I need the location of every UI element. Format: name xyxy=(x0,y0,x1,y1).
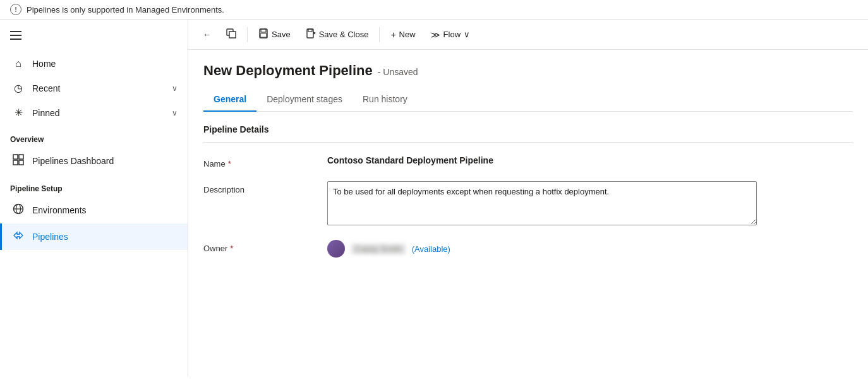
owner-status: (Available) xyxy=(412,244,450,254)
sidebar: ⌂ Home ◷ Recent ∨ ✳ Pinned ∨ Overview xyxy=(0,20,188,377)
pin-icon: ✳ xyxy=(12,107,25,119)
hamburger-menu[interactable] xyxy=(0,25,188,52)
overview-section-title: Overview xyxy=(0,125,188,148)
plus-icon: + xyxy=(390,30,395,40)
setup-section-title: Pipeline Setup xyxy=(0,174,188,197)
owner-name: Casey Smith xyxy=(351,244,406,254)
svg-rect-15 xyxy=(308,29,312,32)
owner-row: Casey Smith (Available) xyxy=(327,240,853,258)
sidebar-item-label: Recent xyxy=(32,83,164,93)
chevron-down-icon: ∨ xyxy=(172,84,178,93)
flow-chevron-icon: ∨ xyxy=(464,30,470,39)
sidebar-item-label: Pipelines xyxy=(32,232,178,242)
svg-rect-4 xyxy=(19,155,23,159)
chevron-down-icon: ∨ xyxy=(172,109,178,117)
owner-label: Owner * xyxy=(203,240,317,253)
tabs: General Deployment stages Run history xyxy=(203,89,853,112)
save-close-button[interactable]: Save & Close xyxy=(299,25,376,44)
svg-rect-13 xyxy=(260,33,267,37)
save-label: Save xyxy=(272,30,291,39)
description-label: Description xyxy=(203,181,317,194)
form-row-description: Description To be used for all deploymen… xyxy=(203,181,853,227)
description-textarea[interactable]: To be used for all deployments except wh… xyxy=(327,181,757,225)
svg-rect-3 xyxy=(13,155,18,159)
form-row-name: Name * Contoso Standard Deployment Pipel… xyxy=(203,155,853,169)
avatar xyxy=(327,240,345,258)
svg-rect-0 xyxy=(10,31,21,32)
save-close-label: Save & Close xyxy=(319,30,369,39)
sidebar-item-label: Home xyxy=(32,59,178,69)
svg-rect-6 xyxy=(19,160,23,165)
info-icon: ! xyxy=(10,4,21,15)
sidebar-item-recent[interactable]: ◷ Recent ∨ xyxy=(0,76,188,100)
page-title: New Deployment Pipeline - Unsaved xyxy=(203,62,853,79)
sidebar-item-environments[interactable]: Environments xyxy=(0,197,188,223)
owner-value: Casey Smith (Available) xyxy=(327,240,853,258)
main-content: ← Save xyxy=(188,20,868,377)
svg-rect-1 xyxy=(10,35,21,36)
page-header: New Deployment Pipeline - Unsaved Genera… xyxy=(188,50,868,112)
content-area: New Deployment Pipeline - Unsaved Genera… xyxy=(188,50,868,377)
save-close-icon xyxy=(306,28,316,40)
new-button[interactable]: + New xyxy=(383,26,422,44)
sidebar-item-label: Environments xyxy=(32,205,178,215)
tab-general[interactable]: General xyxy=(203,89,256,112)
svg-rect-12 xyxy=(261,29,266,32)
required-indicator: * xyxy=(228,159,231,169)
save-button[interactable]: Save xyxy=(251,25,298,44)
main-layout: ⌂ Home ◷ Recent ∨ ✳ Pinned ∨ Overview xyxy=(0,20,868,377)
form-row-owner: Owner * Casey Smith (Available) xyxy=(203,240,853,258)
recent-icon: ◷ xyxy=(12,82,25,94)
svg-rect-5 xyxy=(13,160,18,165)
name-label: Name * xyxy=(203,155,317,169)
back-button[interactable]: ← xyxy=(196,26,218,43)
flow-label: Flow xyxy=(443,30,461,39)
sidebar-item-pipelines-dashboard[interactable]: Pipelines Dashboard xyxy=(0,148,188,174)
toolbar-separator-2 xyxy=(379,27,380,42)
toolbar-separator xyxy=(247,27,248,42)
top-banner: ! Pipelines is only supported in Managed… xyxy=(0,0,868,20)
unsaved-badge: - Unsaved xyxy=(378,67,418,77)
new-label: New xyxy=(399,30,416,39)
popup-icon xyxy=(226,28,236,40)
sidebar-item-pinned[interactable]: ✳ Pinned ∨ xyxy=(0,100,188,125)
sidebar-item-home[interactable]: ⌂ Home xyxy=(0,52,188,76)
toolbar: ← Save xyxy=(188,20,868,50)
sidebar-item-pipelines[interactable]: Pipelines xyxy=(0,223,188,250)
description-value: To be used for all deployments except wh… xyxy=(327,181,853,227)
name-value: Contoso Standard Deployment Pipeline xyxy=(327,155,853,165)
form-section-title: Pipeline Details xyxy=(203,124,853,143)
pipelines-icon xyxy=(12,230,25,244)
required-indicator-owner: * xyxy=(230,244,233,253)
flow-button[interactable]: ≫ Flow ∨ xyxy=(424,26,477,44)
save-icon xyxy=(258,28,268,40)
flow-icon: ≫ xyxy=(431,30,440,40)
dashboard-icon xyxy=(12,154,25,168)
page-title-text: New Deployment Pipeline xyxy=(203,62,373,79)
sidebar-item-label: Pinned xyxy=(32,108,164,118)
popup-button[interactable] xyxy=(219,25,243,44)
svg-rect-2 xyxy=(10,39,21,40)
home-icon: ⌂ xyxy=(12,58,25,69)
back-icon: ← xyxy=(203,30,211,39)
banner-text: Pipelines is only supported in Managed E… xyxy=(27,5,224,15)
sidebar-item-label: Pipelines Dashboard xyxy=(32,156,178,166)
environments-icon xyxy=(12,203,25,217)
form-section: Pipeline Details Name * Contoso Standard… xyxy=(188,112,868,283)
tab-deployment-stages[interactable]: Deployment stages xyxy=(256,89,353,112)
tab-run-history[interactable]: Run history xyxy=(353,89,418,112)
